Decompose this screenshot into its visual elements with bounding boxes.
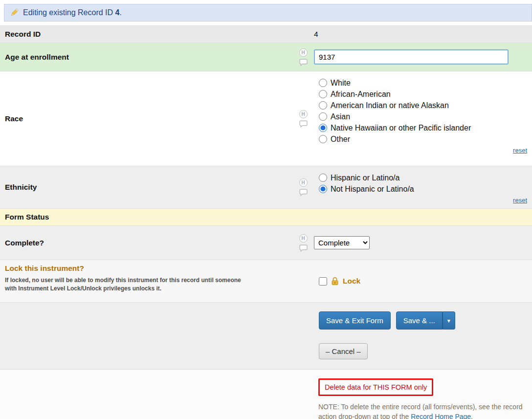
save-split-button: Save & ... ▾ — [396, 311, 455, 330]
delete-note-suffix: . — [471, 413, 473, 419]
race-option-label: African-American — [331, 90, 391, 99]
ethnicity-option-list: Hispanic or Latino/a Not Hispanic or Lat… — [314, 169, 530, 195]
lock-title: Lock this instrument? — [5, 264, 290, 273]
lock-field: Lock — [311, 260, 532, 302]
ethnicity-label: Ethnicity — [0, 166, 295, 208]
ethnicity-option[interactable]: Not Hispanic or Latino/a — [319, 183, 530, 195]
race-radio[interactable] — [319, 101, 327, 110]
save-dropdown-toggle[interactable]: ▾ — [443, 311, 455, 330]
comment-icon[interactable] — [299, 244, 308, 252]
ethnicity-radio[interactable] — [319, 185, 327, 193]
form-status-select[interactable]: Complete — [314, 236, 370, 249]
race-option-label: American Indian or native Alaskan — [331, 101, 449, 110]
delete-row: Delete data for THIS FORM only NOTE: To … — [0, 370, 532, 419]
race-option-label: Other — [331, 135, 350, 144]
ethnicity-reset-link[interactable]: reset — [513, 197, 527, 204]
race-option-label: White — [331, 79, 351, 88]
ethnicity-row: Ethnicity H Hispanic or Latino/a — [0, 166, 532, 209]
delete-note: NOTE: To delete the entire record (all f… — [318, 402, 530, 419]
race-reset-link[interactable]: reset — [513, 147, 527, 154]
ethnicity-option-label: Hispanic or Latino/a — [331, 174, 399, 182]
ethnicity-option-label: Not Hispanic or Latino/a — [331, 185, 414, 194]
save-row-field: Save & Exit Form Save & ... ▾ – Cancel – — [311, 303, 532, 369]
history-icon[interactable]: H — [299, 48, 308, 57]
history-icon[interactable]: H — [299, 234, 308, 243]
age-icon-col: H — [295, 43, 311, 71]
race-radio[interactable] — [319, 90, 327, 98]
lock-label-col: Lock this instrument? If locked, no user… — [0, 260, 295, 302]
race-radio[interactable] — [319, 79, 327, 87]
data-entry-form: Record ID 4 Age at enrollment H — [0, 25, 532, 419]
save-more-button[interactable]: Save & ... — [396, 311, 443, 330]
race-option[interactable]: Asian — [319, 111, 530, 122]
edit-record-banner: Editing existing Record ID 4. — [4, 4, 532, 22]
age-input[interactable] — [314, 49, 509, 65]
history-icon[interactable]: H — [299, 110, 308, 118]
record-home-page-link[interactable]: Record Home Page — [411, 413, 471, 419]
lock-row: Lock this instrument? If locked, no user… — [0, 260, 532, 303]
caret-down-icon: ▾ — [447, 317, 450, 324]
save-row-icon-col — [295, 303, 311, 369]
comment-icon[interactable] — [299, 59, 308, 66]
race-radio[interactable] — [319, 124, 327, 132]
race-option[interactable]: American Indian or native Alaskan — [319, 100, 530, 111]
race-option-list: White African-American American Indian o… — [314, 74, 530, 145]
comment-icon[interactable] — [299, 189, 308, 196]
record-id-label: Record ID — [0, 26, 295, 43]
age-field — [311, 43, 532, 71]
record-id-field: 4 — [311, 26, 532, 43]
race-option[interactable]: Other — [319, 133, 530, 145]
save-exit-button[interactable]: Save & Exit Form — [319, 311, 391, 330]
banner-suffix: . — [119, 8, 121, 17]
ethnicity-field: Hispanic or Latino/a Not Hispanic or Lat… — [311, 166, 532, 208]
record-id-icon-col — [295, 26, 311, 43]
race-option[interactable]: White — [319, 77, 530, 88]
race-option[interactable]: African-American — [319, 88, 530, 100]
age-row: Age at enrollment H — [0, 43, 532, 71]
ethnicity-option[interactable]: Hispanic or Latino/a — [319, 172, 530, 183]
race-option[interactable]: Native Hawaiian or other Pacific islande… — [319, 122, 530, 133]
banner-text: Editing existing Record ID 4. — [23, 8, 122, 17]
delete-row-icon-col — [295, 370, 310, 419]
record-id-value: 4 — [314, 30, 318, 39]
delete-row-spacer — [0, 370, 295, 419]
ethnicity-radio[interactable] — [319, 174, 327, 182]
race-radio[interactable] — [319, 135, 327, 143]
form-status-header-label: Form Status — [0, 209, 295, 225]
save-buttons-row: Save & Exit Form Save & ... ▾ – Cancel – — [0, 303, 532, 370]
race-icon-col: H — [295, 71, 311, 166]
cancel-button[interactable]: – Cancel – — [319, 343, 368, 359]
race-option-label: Native Hawaiian or other Pacific islande… — [331, 124, 471, 132]
complete-field: Complete — [311, 226, 532, 260]
delete-form-data-button[interactable]: Delete data for THIS FORM only — [318, 378, 433, 396]
save-button-group: Save & Exit Form Save & ... ▾ — [314, 306, 530, 330]
history-icon[interactable]: H — [299, 178, 308, 187]
lock-icon-col — [295, 260, 311, 302]
delete-row-field: Delete data for THIS FORM only NOTE: To … — [310, 370, 532, 419]
lock-control: Lock — [314, 277, 360, 286]
comment-icon[interactable] — [299, 120, 308, 128]
race-option-label: Asian — [331, 112, 350, 121]
form-status-header-row: Form Status — [0, 209, 532, 226]
complete-icon-col: H — [295, 226, 311, 260]
ethnicity-icon-col: H — [295, 166, 311, 208]
race-radio[interactable] — [319, 112, 327, 121]
banner-prefix: Editing existing Record ID — [23, 8, 113, 17]
race-reset-wrap: reset — [314, 145, 530, 155]
race-label: Race — [0, 71, 295, 166]
lock-icon — [331, 277, 339, 286]
race-field: White African-American American Indian o… — [311, 71, 532, 166]
record-id-row: Record ID 4 — [0, 26, 532, 43]
record-edit-page: Editing existing Record ID 4. Record ID … — [0, 0, 532, 419]
age-label: Age at enrollment — [0, 43, 295, 71]
ethnicity-reset-wrap: reset — [314, 195, 530, 205]
pencil-icon — [9, 8, 19, 18]
lock-checkbox[interactable] — [319, 277, 327, 286]
lock-word: Lock — [343, 277, 360, 286]
save-row-spacer — [0, 303, 295, 369]
race-row: Race H White African-Ameri — [0, 71, 532, 166]
lock-description: If locked, no user will be able to modif… — [5, 276, 254, 293]
complete-row: Complete? H Complete — [0, 226, 532, 260]
complete-label: Complete? — [0, 226, 295, 260]
